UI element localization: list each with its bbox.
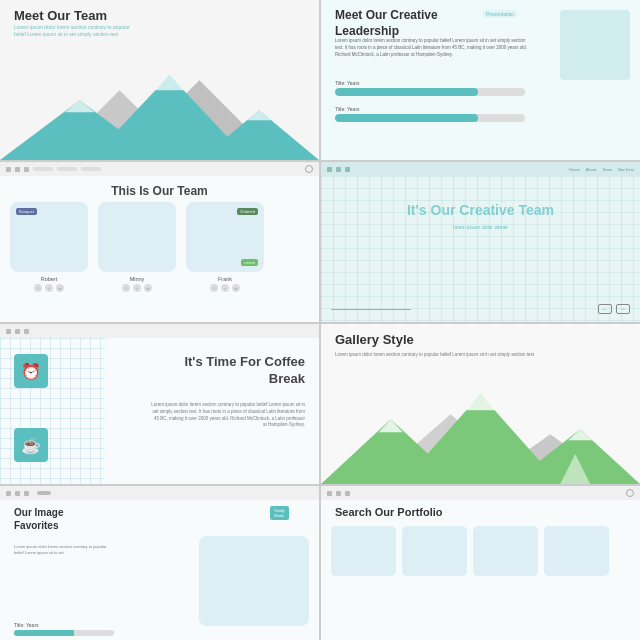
cell8-nav-dot1 <box>327 491 332 496</box>
team-card-0: Bouquet Robert f t in <box>10 202 88 292</box>
cell8-card-4 <box>544 526 609 576</box>
card-name-2: Frank <box>218 276 232 282</box>
cell2-bar2-track <box>335 114 525 122</box>
cell7-bar-fill <box>14 630 74 636</box>
cell4-prev-btn[interactable]: ← <box>598 304 612 314</box>
cell4-divider <box>331 309 411 310</box>
cell1-title: Meet Our Team <box>14 8 107 23</box>
cell4-nav-team[interactable]: Team <box>602 167 612 172</box>
cell7-card-main <box>199 536 309 626</box>
cell-creative-team: Home About Team Nav Item It's Our Creati… <box>321 162 640 322</box>
cell4-nav-home[interactable]: Home <box>569 167 580 172</box>
cell5-nav-dot2 <box>15 329 20 334</box>
cell5-heading: It's Time For Coffee Break <box>155 354 305 388</box>
cell4-navbar: Home About Team Nav Item <box>321 162 640 176</box>
team-card-1: Minny f t in <box>98 202 176 292</box>
cell6-mountains <box>321 384 640 484</box>
card-badge-0: Bouquet <box>16 208 37 215</box>
social-icon-fb-0[interactable]: f <box>34 284 42 292</box>
cell4-nav-item[interactable]: Nav Item <box>618 167 634 172</box>
cell2-badge: Presentation <box>483 10 517 18</box>
cell4-next-btn[interactable]: → <box>616 304 630 314</box>
cell8-nav-dot3 <box>345 491 350 496</box>
cell7-lorem: Lorem ipsum dolor lorem section contrary… <box>14 544 114 556</box>
cell2-bars: Title: Years Title: Years <box>335 80 525 132</box>
cell-coffee-break: ⏰ ☕ It's Time For Coffee Break Lorem ips… <box>0 324 319 484</box>
cell2-lorem: Lorem ipsum dolor lorem section contrary… <box>335 38 535 58</box>
social-icon-li-0[interactable]: in <box>56 284 64 292</box>
cell4-nav-dot2 <box>336 167 341 172</box>
cell7-heading: Our Image Favorites <box>14 506 63 532</box>
cell2-bar2-label: Title: Years <box>335 106 525 112</box>
cell7-bar-label: Title: Years <box>14 622 114 628</box>
cell7-card-area: Totally Made <box>179 506 309 626</box>
social-icon-li-2[interactable]: in <box>232 284 240 292</box>
cell2-bar1-track <box>335 88 525 96</box>
cell3-nav-bar-item2 <box>57 167 77 171</box>
cell3-nav-dot3 <box>24 167 29 172</box>
card-img-0: Bouquet <box>10 202 88 272</box>
svg-marker-6 <box>155 75 185 90</box>
svg-marker-14 <box>466 394 496 410</box>
svg-marker-13 <box>379 419 403 432</box>
cell4-nav-about[interactable]: About <box>586 167 596 172</box>
social-icon-li-1[interactable]: in <box>144 284 152 292</box>
cell-image-favorites: Our Image Favorites Lorem ipsum dolor lo… <box>0 486 319 640</box>
cell8-card-2 <box>402 526 467 576</box>
cell5-navbar <box>0 324 319 338</box>
cell-search-portfolio: Search Our Portfolio <box>321 486 640 640</box>
cell5-coffee-icon: ☕ <box>14 428 48 462</box>
cell7-navbar <box>0 486 319 500</box>
card-badge3: +more <box>241 259 258 266</box>
cell7-card-tag: Totally Made <box>270 506 289 520</box>
cell3-nav-bar-item1 <box>33 167 53 171</box>
social-icon-tw-0[interactable]: t <box>45 284 53 292</box>
cell5-nav-dot1 <box>6 329 11 334</box>
cell3-heading: This Is Our Team <box>0 184 319 198</box>
cell4-nav-links: Home About Team Nav Item <box>569 167 634 172</box>
cell-gallery-style: Gallery Style Lorem ipsum dolor lorem se… <box>321 324 640 484</box>
cell3-nav-bar-item3 <box>81 167 101 171</box>
card-icons-0: f t in <box>34 284 64 292</box>
social-icon-tw-2[interactable]: t <box>221 284 229 292</box>
card-img-1 <box>98 202 176 272</box>
cell8-card-3 <box>473 526 538 576</box>
cell8-navbar <box>321 486 640 500</box>
cell2-title: Meet Our Creative Leadership <box>335 8 475 39</box>
card-img-2: Ordered +more <box>186 202 264 272</box>
cell3-team-cards: Bouquet Robert f t in Minny f t in <box>10 202 264 292</box>
cell4-heading: It's Our Creative Team <box>321 202 640 218</box>
team-card-2: Ordered +more Frank f t in <box>186 202 264 292</box>
cell4-arrows: ← → <box>598 304 630 314</box>
cell8-heading: Search Our Portfolio <box>335 506 443 518</box>
cell4-subtext: lorem ipsum dolor sitmet <box>321 224 640 230</box>
cell1-subtitle: Lorem ipsum dolor lorem section contrary… <box>14 24 134 38</box>
cell7-nav-dot1 <box>6 491 11 496</box>
cell4-nav-dot3 <box>345 167 350 172</box>
card-icons-2: f t in <box>210 284 240 292</box>
card-name-1: Minny <box>130 276 145 282</box>
main-grid: Meet Our Team Lorem ipsum dolor lorem se… <box>0 0 640 640</box>
cell3-search-icon[interactable] <box>305 165 313 173</box>
cell8-card-1 <box>331 526 396 576</box>
cell8-search-icon[interactable] <box>626 489 634 497</box>
cell8-grid-cards <box>331 526 631 576</box>
cell5-clock-icon: ⏰ <box>14 354 48 388</box>
cell7-bar-track <box>14 630 114 636</box>
cell5-lorem: Lorem ipsum dolor lorem section contrary… <box>150 402 305 429</box>
cell1-mountains <box>0 60 319 160</box>
cell2-bar2-fill <box>335 114 478 122</box>
cell6-title: Gallery Style <box>335 332 414 347</box>
cell7-bar-section: Title: Years <box>14 622 114 636</box>
card-icons-1: f t in <box>122 284 152 292</box>
social-icon-fb-1[interactable]: f <box>122 284 130 292</box>
card-badge2: Ordered <box>237 208 258 215</box>
cell3-navbar <box>0 162 319 176</box>
cell-creative-leadership: Meet Our Creative Leadership Presentatio… <box>321 0 640 160</box>
social-icon-fb-2[interactable]: f <box>210 284 218 292</box>
cell4-grid-bg <box>321 176 640 322</box>
svg-marker-5 <box>65 100 95 112</box>
cell5-nav-dot3 <box>24 329 29 334</box>
social-icon-tw-1[interactable]: t <box>133 284 141 292</box>
cell2-bar1-fill <box>335 88 478 96</box>
